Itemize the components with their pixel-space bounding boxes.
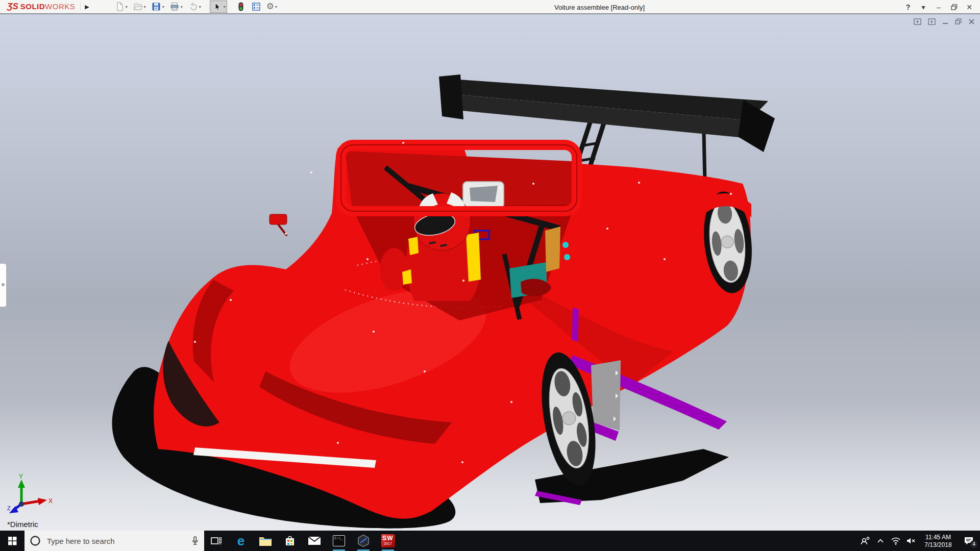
action-center-button[interactable]: 4 (958, 531, 980, 551)
clock-time: 11:45 AM (919, 534, 958, 541)
brand-text-light: WORKS (45, 2, 75, 11)
harness-strap (466, 233, 481, 282)
open-dropdown[interactable]: ▾ (144, 5, 146, 9)
wifi-icon (891, 537, 901, 545)
standard-toolbar: ▾ ▾ ▾ (113, 0, 281, 13)
people-button[interactable] (857, 536, 873, 545)
cortana-icon (30, 535, 41, 546)
pane-expand-right-icon[interactable] (928, 18, 936, 25)
file-explorer-icon (259, 535, 272, 546)
traffic-light-rebuild-icon (236, 2, 246, 12)
command-prompt-icon: C:\_ (333, 535, 345, 546)
triad-x-label: X (48, 497, 53, 505)
pane-tab-handle-dot (2, 283, 5, 286)
undo-dropdown[interactable]: ▾ (199, 5, 201, 9)
people-icon (860, 536, 870, 545)
select-tool-button[interactable]: ▾ (210, 1, 227, 13)
gear-icon: ⚙ (266, 2, 274, 11)
select-cursor-icon (211, 2, 223, 12)
network-button[interactable] (888, 537, 903, 545)
chevron-up-icon (877, 538, 884, 543)
save-floppy-icon (151, 2, 161, 12)
rebuild-button[interactable] (234, 1, 248, 13)
help-dropdown-icon[interactable]: ▾ (917, 1, 930, 13)
help-button[interactable]: ? (901, 1, 915, 13)
open-button[interactable]: ▾ (131, 1, 148, 13)
settings-dropdown[interactable]: ▾ (275, 5, 277, 9)
start-button[interactable] (0, 531, 24, 551)
save-dropdown[interactable]: ▾ (162, 5, 164, 9)
brand-glyph-icon: ƷS (7, 2, 18, 12)
document-title: Voiture assemblee [Read-only] (554, 4, 645, 11)
print-button[interactable]: ▾ (168, 1, 184, 13)
document-close-icon[interactable] (968, 18, 975, 25)
store-icon (284, 535, 296, 547)
race-car-model[interactable] (0, 14, 980, 531)
hexagon-app-icon (357, 534, 370, 547)
speaker-muted-icon (906, 537, 916, 545)
document-window-controls (914, 18, 975, 25)
cyan-knob (562, 242, 569, 248)
mail-icon (308, 536, 321, 546)
search-placeholder-text: Type here to search (47, 537, 191, 545)
notification-badge: 4 (970, 540, 978, 548)
taskbar-search-input[interactable]: Type here to search (24, 531, 204, 551)
document-minimize-icon[interactable] (942, 18, 949, 25)
open-folder-icon (133, 2, 143, 12)
edge-icon: e (237, 534, 244, 547)
side-mirror (270, 214, 287, 236)
microsoft-store-button[interactable] (278, 531, 302, 551)
undo-button[interactable]: ▾ (186, 1, 203, 13)
select-dropdown[interactable]: ▾ (224, 5, 226, 9)
clock-date: 7/13/2018 (919, 541, 958, 549)
undo-icon (188, 2, 198, 12)
menu-flyout-arrow-icon[interactable]: ▶ (80, 3, 93, 11)
solidworks-logo: ƷS SOLID WORKS (0, 2, 80, 12)
graphics-viewport[interactable]: Y X Z *Dimetric (0, 14, 980, 531)
print-icon (169, 2, 180, 12)
options-list-button[interactable] (250, 1, 263, 13)
tray-overflow-button[interactable] (873, 538, 888, 543)
properties-list-icon (251, 2, 261, 12)
rearview-mirror (463, 182, 504, 208)
triad-z-label: Z (7, 505, 11, 511)
volume-button[interactable] (903, 537, 919, 545)
new-document-icon (114, 2, 125, 12)
command-prompt-button[interactable]: C:\_ (327, 531, 351, 551)
orientation-triad: Y X Z (6, 473, 55, 516)
window-controls: ? ▾ – ✕ (901, 0, 976, 14)
print-dropdown[interactable]: ▾ (181, 5, 183, 9)
task-view-button[interactable] (204, 531, 229, 551)
minimize-button[interactable]: – (932, 1, 945, 13)
windows-taskbar: Type here to search e (0, 531, 980, 551)
solidworks-2017-icon: SW 2017 (381, 534, 395, 547)
file-explorer-button[interactable] (253, 531, 278, 551)
restore-button[interactable] (947, 1, 961, 13)
feature-pane-collapsed-tab[interactable] (0, 263, 7, 307)
save-button[interactable]: ▾ (150, 1, 166, 13)
document-restore-icon[interactable] (955, 18, 962, 25)
mail-button[interactable] (302, 531, 327, 551)
pane-collapse-left-icon[interactable] (914, 18, 922, 25)
brand-text-bold: SOLID (20, 2, 45, 11)
solidworks-taskbar-button[interactable]: SW 2017 (376, 531, 400, 551)
new-document-button[interactable]: ▾ (113, 1, 129, 13)
edge-button[interactable]: e (229, 531, 253, 551)
close-button[interactable]: ✕ (963, 1, 976, 13)
settings-button[interactable]: ⚙ ▾ (265, 1, 279, 12)
composer-button[interactable] (351, 531, 376, 551)
task-view-icon (211, 536, 222, 546)
title-bar: ƷS SOLID WORKS ▶ ▾ ▾ (0, 0, 980, 14)
orange-panel (545, 227, 560, 272)
system-tray: 11:45 AM 7/13/2018 4 (857, 531, 980, 551)
clock[interactable]: 11:45 AM 7/13/2018 (919, 533, 958, 549)
microphone-icon[interactable] (191, 536, 199, 546)
windows-logo-icon (8, 537, 17, 545)
triad-y-label: Y (19, 473, 23, 480)
solidworks-window: ƷS SOLID WORKS ▶ ▾ ▾ (0, 0, 980, 551)
view-orientation-label: *Dimetric (7, 520, 38, 529)
new-dropdown[interactable]: ▾ (126, 5, 128, 9)
restore-icon (951, 4, 958, 10)
